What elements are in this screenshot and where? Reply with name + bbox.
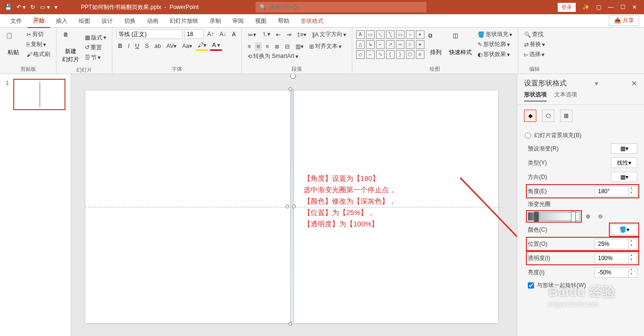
tab-design[interactable]: 设计: [96, 14, 119, 28]
shapes-gallery[interactable]: A▭＼╲▭○▾ △↳⌐↗⇨☆▾ ◇⌢∿{}⬡≡: [356, 30, 424, 59]
tab-file[interactable]: 文件: [5, 14, 28, 28]
bullets-button[interactable]: ≔▾: [246, 30, 258, 39]
gradient-stop-2[interactable]: [571, 212, 576, 222]
gradient-transparency-input[interactable]: 100% ▲▼: [595, 253, 637, 263]
align-left-button[interactable]: ≡: [246, 42, 253, 51]
share-button[interactable]: 📤 共享: [609, 15, 639, 26]
resize-handle-n[interactable]: [288, 87, 292, 91]
fill-slide-bg-radio[interactable]: 幻灯片背景填充(B): [525, 131, 637, 140]
tab-draw[interactable]: 绘图: [73, 14, 96, 28]
decrease-font-button[interactable]: A↓: [218, 30, 228, 38]
gradient-type-select[interactable]: 线性▾: [611, 158, 637, 168]
bold-button[interactable]: B: [116, 42, 124, 50]
resize-handle-e[interactable]: [292, 205, 296, 208]
char-spacing-button[interactable]: AV▾: [165, 42, 178, 50]
align-center-button[interactable]: ≡: [255, 42, 262, 51]
select-button[interactable]: ▻ 选择 ▾: [522, 49, 547, 59]
close-icon[interactable]: ✕: [632, 4, 637, 10]
change-case-button[interactable]: Aa▾: [180, 42, 194, 50]
distribute-button[interactable]: ⊟: [283, 42, 292, 51]
tab-animation[interactable]: 动画: [141, 14, 164, 28]
slide-thumbnail-1[interactable]: 1: [13, 79, 65, 110]
preset-gradient-picker[interactable]: ▦▾: [611, 143, 637, 154]
size-position-icon[interactable]: ⊞: [560, 110, 572, 122]
add-stop-button[interactable]: ⊕: [584, 212, 592, 221]
reset-button[interactable]: ↺ 重置: [83, 43, 108, 53]
login-button[interactable]: 登录: [558, 3, 576, 12]
gradient-direction-picker[interactable]: ▦▾: [611, 172, 637, 182]
underline-button[interactable]: U: [133, 42, 141, 50]
undo-icon[interactable]: ↶ ▾: [17, 4, 26, 10]
tab-shape-options[interactable]: 形状选项: [524, 91, 547, 102]
tab-text-options[interactable]: 文本选项: [554, 91, 577, 102]
cut-button[interactable]: ✂ 剪切: [25, 29, 52, 39]
pane-dropdown-icon[interactable]: ▾: [595, 79, 598, 88]
gradient-angle-input[interactable]: 180° ▲▼: [595, 186, 637, 196]
text-direction-button[interactable]: ‖A 文字方向 ▾: [310, 29, 348, 39]
highlight-color-button[interactable]: 🖍▾: [196, 41, 208, 51]
wand-icon[interactable]: ✨: [582, 4, 589, 10]
font-color-button[interactable]: A▾: [210, 41, 222, 51]
shape-outline-button[interactable]: ✎ 形状轮廓 ▾: [476, 39, 514, 49]
maximize-icon[interactable]: ☐: [620, 4, 626, 10]
gradient-brightness-input[interactable]: -50% ▲▼: [595, 267, 637, 278]
gradient-position-input[interactable]: 25% ▲▼: [595, 239, 637, 249]
strike-button[interactable]: S: [143, 42, 151, 50]
slideshow-icon[interactable]: ▭ ▾: [40, 4, 49, 10]
align-text-button[interactable]: ⊞ 对齐文本 ▾: [307, 41, 343, 51]
format-painter-button[interactable]: 🖌 格式刷: [25, 49, 52, 59]
columns-button[interactable]: ▥▾: [294, 42, 305, 51]
quick-styles-button[interactable]: ◫ 快速样式: [447, 30, 474, 58]
increase-indent-button[interactable]: ⇥: [285, 30, 293, 39]
font-name-input[interactable]: [116, 29, 183, 39]
shadow-button[interactable]: ab: [153, 42, 163, 50]
tab-slideshow[interactable]: 幻灯片放映: [164, 14, 204, 28]
minimize-icon[interactable]: —: [608, 4, 614, 10]
clear-format-button[interactable]: A̷: [230, 30, 238, 38]
layout-button[interactable]: ▦ 版式 ▾: [83, 33, 108, 43]
line-spacing-button[interactable]: ‡≡▾: [295, 30, 308, 39]
save-icon[interactable]: 💾: [5, 4, 12, 10]
decrease-indent-button[interactable]: ⇤: [274, 30, 283, 39]
checkbox-input[interactable]: [528, 282, 534, 289]
arrange-button[interactable]: ⧉ 排列: [426, 30, 445, 58]
numbering-button[interactable]: ⒈▾: [260, 29, 272, 39]
tab-record[interactable]: 录制: [204, 14, 227, 28]
tab-insert[interactable]: 插入: [50, 14, 73, 28]
convert-smartart-button[interactable]: ⟲ 转换为 SmartArt ▾: [246, 51, 300, 61]
rotate-with-shape-checkbox[interactable]: 与形状一起旋转(W): [528, 281, 637, 289]
pane-close-icon[interactable]: ✕: [631, 79, 637, 88]
qat-more-icon[interactable]: ▾: [55, 4, 57, 10]
tab-shape-format[interactable]: 形状格式: [295, 14, 329, 28]
shape-fill-button[interactable]: 🪣 形状填充 ▾: [476, 29, 514, 39]
effects-icon[interactable]: ⬠: [542, 110, 554, 122]
copy-button[interactable]: ⎘ 复制 ▾: [25, 39, 52, 49]
gradient-color-picker[interactable]: 🪣▾: [611, 224, 637, 235]
new-slide-button[interactable]: 🗎 新建 幻灯片: [60, 29, 81, 65]
fill-line-icon[interactable]: ◆: [524, 110, 536, 122]
replace-button[interactable]: ⇄ 替换 ▾: [522, 39, 547, 49]
resize-handle-w[interactable]: [285, 205, 289, 208]
tab-help[interactable]: 帮助: [272, 14, 295, 28]
redo-icon[interactable]: ↻: [30, 4, 35, 10]
search-box[interactable]: 🔍: [256, 2, 426, 12]
ribbon-display-icon[interactable]: ▢: [596, 4, 601, 10]
tab-view[interactable]: 视图: [249, 14, 272, 28]
font-size-input[interactable]: [184, 29, 203, 39]
find-button[interactable]: 🔍 查找: [522, 29, 547, 39]
paste-button[interactable]: 📋 粘贴: [4, 30, 23, 58]
justify-button[interactable]: ≣: [273, 42, 281, 51]
tab-transition[interactable]: 切换: [119, 14, 141, 28]
section-button[interactable]: ☰ 节 ▾: [83, 53, 108, 63]
search-input[interactable]: [269, 4, 423, 10]
align-right-button[interactable]: ≡: [264, 42, 271, 51]
slide-canvas-area[interactable]: 【角度】设置为【180】 选中渐变光圈第一个停止点， 【颜色】修改为【深灰色】，…: [71, 74, 517, 336]
tab-home[interactable]: 开始: [28, 14, 50, 28]
resize-handle-s[interactable]: [288, 322, 292, 326]
shape-effects-button[interactable]: ◐ 形状效果 ▾: [476, 49, 514, 59]
gradient-stop-1[interactable]: [534, 212, 539, 222]
rotate-handle[interactable]: [290, 74, 296, 79]
gradient-stops-bar[interactable]: [528, 212, 580, 221]
tab-review[interactable]: 审阅: [227, 14, 249, 28]
selected-shape[interactable]: [286, 74, 296, 326]
